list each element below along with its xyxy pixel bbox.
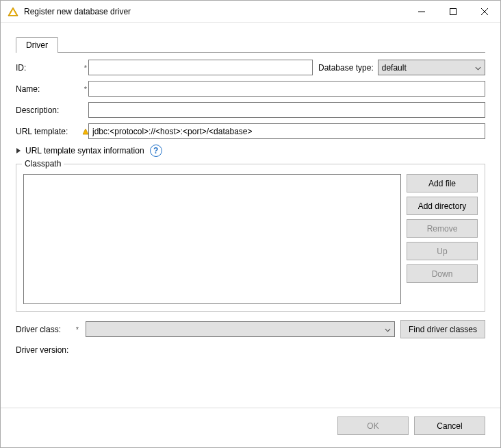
required-marker: *: [83, 64, 88, 72]
minimize-button[interactable]: [406, 1, 437, 22]
tab-row: Driver: [16, 35, 485, 53]
warning-triangle-icon: [8, 6, 18, 17]
description-label: Description:: [16, 105, 83, 115]
help-icon[interactable]: ?: [150, 145, 162, 157]
dbtype-select[interactable]: default: [378, 60, 485, 75]
svg-marker-6: [83, 129, 88, 134]
tab-label: Driver: [26, 40, 48, 50]
driverclass-label: Driver class:: [16, 325, 69, 334]
row-urltemplate: URL template:: [16, 123, 485, 139]
warning-icon: [83, 127, 88, 136]
classpath-buttons: Add file Add directory Remove Up Down: [407, 174, 478, 304]
window-title: Register new database driver: [24, 7, 406, 16]
id-input[interactable]: [88, 60, 313, 75]
svg-rect-3: [450, 8, 457, 14]
svg-marker-7: [16, 148, 21, 153]
required-marker: *: [75, 325, 80, 334]
url-syntax-expander[interactable]: URL template syntax information ?: [16, 145, 485, 157]
tab-underline: [16, 52, 485, 53]
add-file-button[interactable]: Add file: [407, 174, 478, 192]
classpath-legend: Classpath: [22, 159, 64, 169]
driverversion-label: Driver version:: [16, 345, 68, 355]
remove-button[interactable]: Remove: [407, 219, 478, 238]
row-driverclass: Driver class: * Find driver classes: [16, 320, 485, 338]
up-button[interactable]: Up: [407, 242, 478, 260]
find-driver-classes-button[interactable]: Find driver classes: [400, 320, 485, 338]
maximize-button[interactable]: [437, 1, 469, 22]
cancel-button[interactable]: Cancel: [414, 416, 485, 435]
chevron-down-icon: [385, 325, 391, 334]
driverclass-select[interactable]: [86, 321, 395, 337]
name-input[interactable]: [88, 81, 485, 97]
row-driverversion: Driver version:: [16, 345, 485, 355]
description-input[interactable]: [88, 102, 485, 118]
dbtype-label: Database type:: [318, 63, 374, 73]
close-button[interactable]: [469, 1, 500, 22]
row-id: ID: * Database type: default: [16, 60, 485, 75]
urltemplate-input[interactable]: [88, 123, 485, 139]
expand-triangle-icon: [16, 147, 21, 154]
window-controls: [406, 1, 500, 22]
url-syntax-label: URL template syntax information: [25, 146, 144, 155]
ok-button[interactable]: OK: [337, 416, 409, 435]
dbtype-value: default: [382, 63, 407, 73]
urltemplate-label: URL template:: [16, 127, 83, 136]
title-bar: Register new database driver: [1, 1, 500, 23]
add-directory-button[interactable]: Add directory: [407, 197, 478, 215]
driver-panel: ID: * Database type: default Name: * Des…: [16, 53, 485, 363]
classpath-group: Classpath Add file Add directory Remove …: [16, 164, 485, 312]
classpath-listbox[interactable]: [23, 174, 401, 304]
down-button[interactable]: Down: [407, 264, 478, 283]
required-marker: *: [83, 85, 88, 93]
dialog-footer: OK Cancel: [1, 408, 500, 447]
spacer: [83, 106, 88, 114]
row-name: Name: *: [16, 81, 485, 97]
row-description: Description:: [16, 102, 485, 118]
tab-driver[interactable]: Driver: [16, 37, 58, 53]
name-label: Name:: [16, 84, 83, 94]
dialog-content: Driver ID: * Database type: default Name…: [1, 23, 500, 408]
chevron-down-icon: [475, 63, 481, 73]
id-label: ID:: [16, 63, 83, 73]
